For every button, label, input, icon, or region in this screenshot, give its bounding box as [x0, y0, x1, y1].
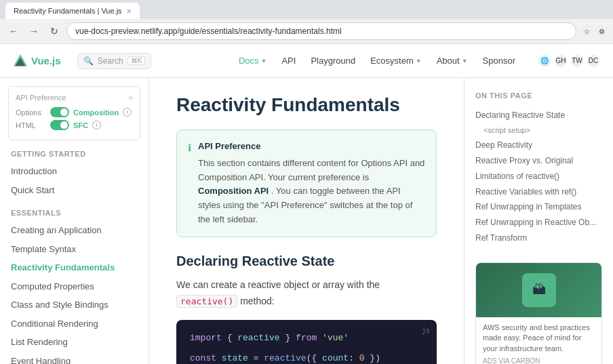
options-composition-toggle[interactable]: [50, 107, 69, 117]
sidebar-item-reactivity[interactable]: Reactivity Fundamentals: [0, 258, 149, 277]
code-line-1: import { reactive } from 'vue': [190, 331, 423, 346]
nav-link-playground[interactable]: Playground: [304, 53, 362, 68]
toc-declaring-reactive[interactable]: Declaring Reactive State: [475, 108, 602, 123]
toc-script-setup[interactable]: <script setup>: [475, 123, 602, 138]
nav-link-docs[interactable]: Docs ▼: [232, 53, 274, 68]
api-note-content: API Preference This section contains dif…: [198, 140, 425, 227]
refresh-button[interactable]: ↻: [46, 23, 62, 39]
logo-text: Vue.js: [31, 55, 61, 66]
sidebar-item-template-syntax[interactable]: Template Syntax: [0, 240, 149, 259]
search-key: ⌘K: [127, 56, 146, 65]
url-text: vue-docs-preview.netlify.app/guide/essen…: [75, 26, 342, 36]
vue-logo-icon: [14, 54, 27, 68]
toc-ref-unwrapping-reactive[interactable]: Ref Unwrapping in Reactive Ob...: [475, 215, 602, 230]
tab-title: Reactivity Fundamentals | Vue.js: [14, 7, 122, 15]
sidebar-item-computed[interactable]: Computed Properties: [0, 277, 149, 296]
sfc-label: SFC: [73, 121, 88, 129]
nav-link-sponsor[interactable]: Sponsor: [476, 53, 522, 68]
bookmark-icon[interactable]: ☆: [580, 25, 593, 37]
sidebar-item-event[interactable]: Event Handling: [0, 352, 149, 365]
sidebar-item-quick-start[interactable]: Quick Start: [0, 181, 149, 200]
left-sidebar: API Preference × Options Composition i H…: [0, 78, 149, 364]
page-title: Reactivity Fundamentals: [176, 94, 437, 116]
browser-tab[interactable]: Reactivity Fundamentals | Vue.js ✕: [5, 3, 140, 19]
nav-link-ecosystem[interactable]: Ecosystem ▼: [363, 53, 429, 68]
ad-via: ADS VIA CARBON: [483, 357, 595, 364]
sidebar-item-list[interactable]: List Rendering: [0, 333, 149, 352]
forward-button[interactable]: →: [26, 23, 42, 39]
browser-toolbar: ← → ↻ vue-docs-preview.netlify.app/guide…: [0, 19, 613, 43]
api-note-info-icon: ℹ: [188, 140, 191, 227]
sfc-info-icon[interactable]: i: [92, 121, 101, 129]
api-note-pref-strong: Composition API: [198, 186, 269, 196]
nav-link-about[interactable]: About ▼: [430, 53, 475, 68]
chevron-down-icon-about: ▼: [462, 58, 468, 64]
api-preference-title: API Preference ×: [16, 94, 133, 102]
search-icon: 🔍: [83, 56, 94, 66]
toc-ref-transform[interactable]: Ref Transform: [475, 230, 602, 246]
html-sfc-toggle[interactable]: [50, 120, 69, 130]
getting-started-title: Getting Started: [0, 150, 149, 162]
api-note-title: API Preference: [198, 140, 425, 154]
settings-icon[interactable]: ⚙: [595, 25, 608, 37]
site-nav: Vue.js 🔍 Search ⌘K Docs ▼ API Playground…: [0, 44, 613, 78]
github-icon[interactable]: GH: [555, 55, 567, 67]
browser-tabs: Reactivity Fundamentals | Vue.js ✕: [0, 0, 613, 19]
chevron-down-icon: ▼: [261, 58, 267, 64]
search-box[interactable]: 🔍 Search ⌘K: [77, 53, 152, 69]
nav-action-icons: 🌐 GH TW DC: [538, 55, 599, 67]
essentials-title: Essentials: [0, 209, 149, 221]
toc-limitations[interactable]: Limitations of reactive(): [475, 169, 602, 184]
composition-info-icon[interactable]: i: [123, 108, 132, 117]
search-placeholder: Search: [98, 56, 123, 66]
api-note-text: This section contains different content …: [198, 157, 425, 227]
code-lang-label: js: [422, 325, 430, 337]
api-preference-box: API Preference × Options Composition i H…: [8, 86, 140, 140]
toc-ref-variables[interactable]: Reactive Variables with ref(): [475, 184, 602, 200]
twitter-icon[interactable]: TW: [571, 55, 583, 67]
reactive-method-code: reactive(): [176, 295, 237, 308]
toc-title: ON THIS PAGE: [475, 92, 602, 100]
toc-deep-reactivity[interactable]: Deep Reactivity: [475, 138, 602, 153]
toc-ref-unwrapping-templates[interactable]: Ref Unwrapping in Templates: [475, 199, 602, 215]
sidebar-item-class-style[interactable]: Class and Style Bindings: [0, 296, 149, 315]
tab-close-icon[interactable]: ✕: [126, 7, 132, 15]
browser-icons: ☆ ⚙: [580, 25, 608, 37]
back-button[interactable]: ←: [5, 23, 22, 39]
browser-chrome: Reactivity Fundamentals | Vue.js ✕ ← → ↻…: [0, 0, 613, 44]
nav-links: Docs ▼ API Playground Ecosystem ▼ About …: [232, 53, 522, 68]
getting-started-section: Getting Started Introduction Quick Start: [0, 150, 149, 199]
api-note-box: ℹ API Preference This section contains d…: [176, 129, 437, 237]
sidebar-item-introduction[interactable]: Introduction: [0, 162, 149, 181]
ad-logo: 🏔: [522, 273, 556, 307]
essentials-section: Essentials Creating an Application Templ…: [0, 209, 149, 364]
code-block: js import { reactive } from 'vue' const …: [176, 320, 437, 364]
ad-image: 🏔: [476, 263, 601, 317]
toc-reactive-proxy[interactable]: Reactive Proxy vs. Original: [475, 153, 602, 169]
page-layout: API Preference × Options Composition i H…: [0, 78, 613, 364]
main-content: Reactivity Fundamentals ℹ API Preference…: [149, 78, 464, 364]
ad-text: AWS security and best practices made eas…: [476, 317, 601, 364]
ad-logo-icon: 🏔: [532, 282, 546, 298]
api-pref-close-icon[interactable]: ×: [129, 94, 133, 102]
sidebar-item-creating-app[interactable]: Creating an Application: [0, 221, 149, 240]
options-label: Options: [16, 108, 46, 117]
html-label: HTML: [16, 121, 46, 129]
language-icon[interactable]: 🌐: [538, 55, 551, 67]
right-sidebar: ON THIS PAGE Declaring Reactive State <s…: [464, 78, 613, 364]
section1-body: We can create a reactive object or array…: [176, 277, 437, 310]
sidebar-item-conditional[interactable]: Conditional Rendering: [0, 315, 149, 333]
declaring-reactive-state-heading: Declaring Reactive State: [176, 254, 437, 269]
code-line-2: const state = reactive({ count: 0 }): [190, 351, 423, 364]
html-sfc-row: HTML SFC i: [16, 120, 133, 130]
composition-label: Composition: [73, 108, 119, 117]
discord-icon[interactable]: DC: [587, 55, 599, 67]
nav-link-api[interactable]: API: [275, 53, 302, 68]
options-composition-row: Options Composition i: [16, 107, 133, 117]
chevron-down-icon-eco: ▼: [416, 58, 422, 64]
ad-box: 🏔 AWS security and best practices made e…: [475, 262, 602, 364]
site-logo[interactable]: Vue.js: [14, 54, 61, 68]
address-bar[interactable]: vue-docs-preview.netlify.app/guide/essen…: [66, 22, 576, 40]
